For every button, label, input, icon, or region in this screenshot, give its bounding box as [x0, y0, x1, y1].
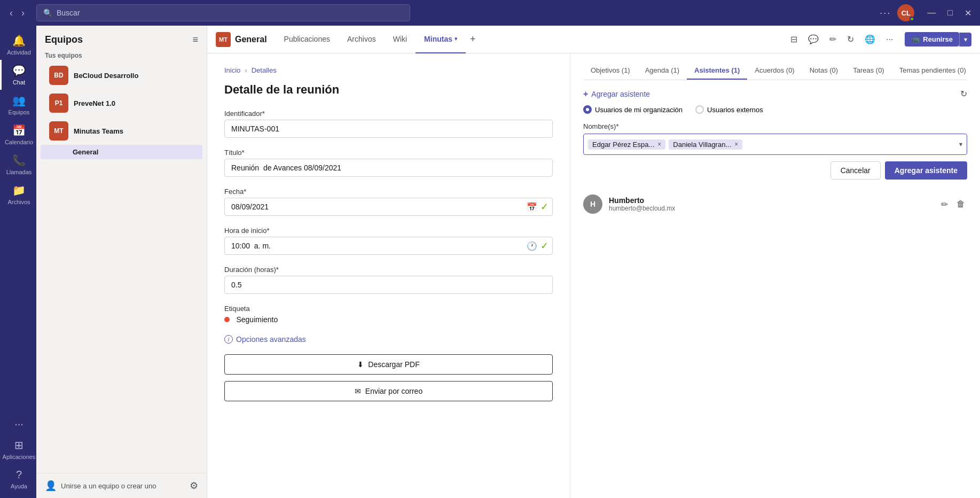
cancelar-button[interactable]: Cancelar [830, 161, 881, 180]
tab-agenda[interactable]: Agenda (1) [638, 62, 687, 80]
etiqueta-value-row: Seguimiento [224, 315, 553, 324]
agregar-asistente-button[interactable]: Agregar asistente [885, 161, 967, 180]
sidebar-item-chat[interactable]: 💬 Chat [0, 60, 36, 90]
settings-button[interactable]: ⚙ [190, 480, 198, 492]
tab-acuerdos[interactable]: Acuerdos (0) [747, 62, 802, 80]
breadcrumb-current[interactable]: Detalles [252, 66, 277, 74]
tab-minutas[interactable]: Minutas ▾ [415, 26, 466, 53]
edit-attendee-button[interactable]: ✏ [939, 197, 950, 212]
name-tag-edgar: Edgar Pérez Espa... × [588, 139, 665, 150]
activity-icon: 🔔 [12, 34, 26, 47]
search-icon: 🔍 [43, 9, 52, 17]
sidebar-item-calendario[interactable]: 📅 Calendario [0, 120, 36, 150]
tab-tareas[interactable]: Tareas (0) [845, 62, 892, 80]
tab-archivos[interactable]: Archivos [339, 26, 385, 53]
radio-label-externos: Usuarios externos [707, 106, 763, 114]
team-avatar-minutas: MT [49, 121, 68, 141]
refresh-icon-button[interactable]: ↻ [844, 32, 857, 46]
enviar-correo-button[interactable]: ✉ Enviar por correo [224, 381, 553, 401]
titulo-input[interactable] [224, 159, 553, 177]
search-placeholder: Buscar [57, 9, 80, 17]
remove-edgar-button[interactable]: × [657, 141, 661, 148]
time-picker-icon[interactable]: 🕐 [527, 241, 537, 251]
attendee-actions-humberto: ✏ 🗑 [939, 197, 967, 212]
sidebar-item-llamadas[interactable]: 📞 Llamadas [0, 150, 36, 180]
minimize-button[interactable]: — [925, 6, 938, 20]
sidebar-label-chat: Chat [13, 79, 25, 85]
maximize-button[interactable]: □ [945, 6, 955, 20]
delete-attendee-button[interactable]: 🗑 [954, 197, 967, 212]
more-options-icon[interactable]: ··· [880, 7, 891, 19]
add-assistant-link[interactable]: + Agregar asistente [583, 89, 650, 99]
chat-icon-button[interactable]: 💬 [805, 32, 822, 46]
radio-label-organizacion: Usuarios de mi organización [595, 106, 683, 114]
add-tab-button[interactable]: + [466, 26, 480, 53]
tab-publicaciones[interactable]: Publicaciones [276, 26, 339, 53]
name-search-input[interactable] [746, 140, 962, 149]
breadcrumb-inicio[interactable]: Inicio [224, 66, 240, 74]
reunirse-dropdown-button[interactable]: ▾ [959, 33, 971, 46]
notes-icon-button[interactable]: ⊟ [787, 32, 801, 46]
name-tag-edgar-text: Edgar Pérez Espa... [592, 141, 654, 149]
sidebar-item-archivos[interactable]: 📁 Archivos [0, 180, 36, 209]
refresh-button[interactable]: ↻ [960, 89, 967, 99]
tab-objetivos[interactable]: Objetivos (1) [583, 62, 638, 80]
sidebar-label-archivos: Archivos [7, 199, 30, 205]
tab-asistentes[interactable]: Asistentes (1) [687, 62, 747, 80]
right-panel: Objetivos (1) Agenda (1) Asistentes (1) … [570, 53, 980, 498]
content-area: Inicio › Detalles Detalle de la reunión … [207, 53, 980, 498]
opciones-avanzadas-link[interactable]: i Opciones avanzadas [224, 335, 553, 344]
name-input-box[interactable]: Edgar Pérez Espa... × Daniela Villagran.… [583, 134, 967, 155]
team-item-minutas[interactable]: MT Minutas Teams ··· [41, 117, 202, 145]
sidebar-label-equipos: Equipos [9, 109, 30, 115]
duracion-label: Duración (horas)* [224, 266, 553, 274]
window-controls: — □ ✕ [925, 6, 974, 20]
sidebar-item-actividad[interactable]: 🔔 Actividad [0, 30, 36, 60]
team-item-becloud[interactable]: BD BeCloud Desarrollo ··· [41, 61, 202, 89]
edit-icon-button[interactable]: ✏ [826, 32, 840, 46]
teams-icon: 👥 [12, 94, 26, 107]
sidebar-item-ayuda[interactable]: ? Ayuda [0, 464, 36, 494]
sidebar-bottom: ··· ⊞ Aplicaciones ? Ayuda [0, 414, 36, 498]
close-button[interactable]: ✕ [962, 6, 974, 20]
name-dropdown-arrow[interactable]: ▾ [959, 141, 962, 148]
globe-icon-button[interactable]: 🌐 [861, 32, 879, 46]
form-area: Inicio › Detalles Detalle de la reunión … [207, 53, 570, 498]
form-group-duracion: Duración (horas)* [224, 266, 553, 294]
sidebar-item-more[interactable]: ··· [0, 414, 36, 434]
more-actions-button[interactable]: ··· [883, 33, 896, 46]
radio-mi-organizacion[interactable]: Usuarios de mi organización [583, 105, 683, 114]
descargar-pdf-button[interactable]: ⬇ Descargar PDF [224, 354, 553, 375]
team-info-prevenet: PreveNet 1.0 [74, 99, 182, 107]
sidebar-item-aplicaciones[interactable]: ⊞ Aplicaciones [0, 434, 36, 464]
reunirse-button[interactable]: 📹 Reunirse [905, 32, 959, 46]
fecha-input[interactable] [224, 198, 553, 216]
attendee-name-humberto: Humberto [609, 196, 932, 205]
avatar[interactable]: CL [897, 4, 914, 21]
attendee-email-humberto: humberto@becloud.mx [609, 205, 932, 212]
team-info-becloud: BeCloud Desarrollo [74, 72, 182, 80]
team-item-prevenet[interactable]: P1 PreveNet 1.0 ··· [41, 89, 202, 117]
help-icon: ? [16, 469, 22, 481]
filter-button[interactable]: ≡ [192, 34, 198, 45]
forward-button[interactable]: › [18, 5, 28, 21]
calendar-picker-icon[interactable]: 📅 [527, 202, 537, 212]
sidebar-item-equipos[interactable]: 👥 Equipos [0, 90, 36, 120]
radio-externos[interactable]: Usuarios externos [695, 105, 763, 114]
remove-daniela-button[interactable]: × [734, 141, 738, 148]
team-name-prevenet: PreveNet 1.0 [74, 99, 182, 107]
chat-icon: 💬 [12, 64, 26, 77]
teams-panel-title: Equipos [45, 34, 83, 45]
search-bar[interactable]: 🔍 Buscar [36, 4, 410, 21]
channel-item-general[interactable]: General [41, 145, 202, 159]
identificador-input[interactable] [224, 120, 553, 138]
duracion-input[interactable] [224, 276, 553, 294]
fecha-label: Fecha* [224, 188, 553, 196]
back-button[interactable]: ‹ [6, 5, 16, 21]
tab-temas-pendientes[interactable]: Temas pendientes (0) [892, 62, 967, 80]
team-info-minutas: Minutas Teams [74, 127, 182, 135]
hora-input[interactable] [224, 237, 553, 255]
tab-wiki[interactable]: Wiki [385, 26, 415, 53]
tab-notas[interactable]: Notas (0) [802, 62, 845, 80]
teams-footer[interactable]: 👤 Unirse a un equipo o crear uno ⚙ [36, 473, 207, 498]
